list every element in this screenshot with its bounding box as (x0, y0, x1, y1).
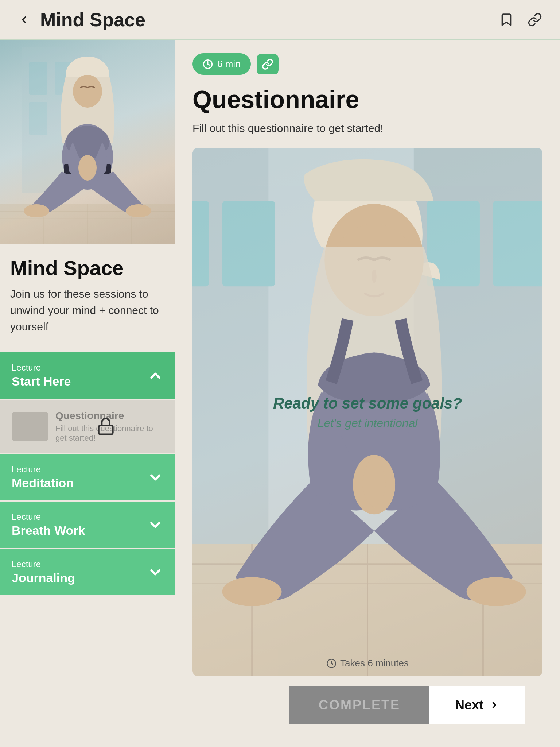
svg-point-18 (78, 155, 97, 181)
hero-figure (0, 40, 175, 244)
preview-subtitle: Let's get intentional (207, 416, 528, 430)
svg-point-19 (73, 75, 102, 108)
duration-badge: 6 min (192, 53, 251, 75)
svg-point-17 (126, 204, 151, 217)
back-button[interactable] (15, 10, 34, 29)
course-title: Mind Space (10, 256, 165, 280)
left-column: Mind Space Join us for these sessions to… (0, 40, 175, 747)
content-description: Fill out this questionnaire to get start… (192, 122, 542, 135)
content-title: Questionnaire (192, 85, 542, 113)
lecture-name-2: Breath Work (12, 523, 85, 538)
chevron-down-icon (147, 469, 163, 485)
preview-image: Ready to set some goals? Let's get inten… (192, 148, 542, 676)
app-header: Mind Space (0, 0, 560, 40)
questionnaire-thumbnail (12, 412, 48, 441)
lecture-label-3: Lecture (12, 559, 75, 569)
share-button[interactable] (524, 9, 545, 30)
complete-button[interactable]: COMPLETE (289, 686, 429, 724)
lecture-list: Lecture Start Here Questionnaire Fill ou… (0, 352, 175, 596)
svg-rect-20 (99, 426, 113, 434)
duration-text: 6 min (217, 58, 241, 70)
bookmark-button[interactable] (496, 9, 517, 30)
lecture-item-meditation[interactable]: Lecture Meditation (0, 454, 175, 502)
next-button[interactable]: Next (429, 686, 525, 724)
svg-point-39 (222, 577, 282, 606)
svg-point-16 (24, 204, 49, 217)
hero-image (0, 40, 175, 244)
chevron-down-icon (147, 517, 163, 533)
link-badge[interactable] (257, 54, 279, 74)
main-content: Mind Space Join us for these sessions to… (0, 40, 560, 747)
lecture-item-journaling[interactable]: Lecture Journaling (0, 549, 175, 596)
right-column: 6 min Questionnaire Fill out this questi… (175, 40, 560, 747)
lecture-name-0: Start Here (12, 374, 71, 388)
lecture-label-1: Lecture (12, 464, 74, 475)
chevron-down-icon (147, 564, 163, 580)
lecture-text: Lecture Journaling (12, 559, 75, 585)
lecture-item-start-here[interactable]: Lecture Start Here (0, 352, 175, 400)
questionnaire-locked-item[interactable]: Questionnaire Fill out this questionnair… (0, 400, 175, 454)
next-label: Next (455, 697, 483, 713)
preview-bottom-text: Takes 6 minutes (326, 658, 409, 669)
lecture-text: Lecture Breath Work (12, 512, 85, 538)
meta-row: 6 min (192, 53, 542, 75)
clock-icon (203, 59, 213, 69)
lecture-label-2: Lecture (12, 512, 85, 522)
lecture-item-breath-work[interactable]: Lecture Breath Work (0, 502, 175, 549)
course-info: Mind Space Join us for these sessions to… (0, 244, 175, 342)
lecture-name-1: Meditation (12, 476, 74, 490)
header-actions (496, 9, 545, 30)
lecture-text: Lecture Meditation (12, 464, 74, 490)
preview-title: Ready to set some goals? (207, 394, 528, 412)
lecture-text: Lecture Start Here (12, 363, 71, 388)
svg-point-40 (467, 577, 526, 606)
action-bar: COMPLETE Next (192, 676, 542, 734)
app-title: Mind Space (40, 9, 145, 31)
course-description: Join us for these sessions to unwind you… (10, 286, 165, 335)
lock-icon (95, 415, 117, 437)
preview-duration: Takes 6 minutes (340, 658, 409, 669)
clock-small-icon (326, 658, 337, 669)
lecture-name-3: Journaling (12, 571, 75, 585)
chevron-up-icon (147, 368, 163, 384)
preview-overlay: Ready to set some goals? Let's get inten… (192, 394, 542, 430)
lecture-label-0: Lecture (12, 363, 71, 373)
link-icon (262, 58, 273, 70)
header-left: Mind Space (15, 9, 145, 31)
chevron-right-icon (489, 700, 499, 710)
